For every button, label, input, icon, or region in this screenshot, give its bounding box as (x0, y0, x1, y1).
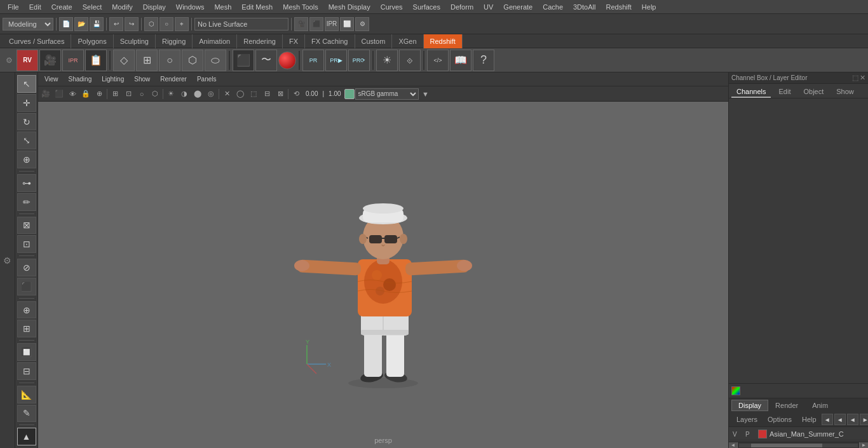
menu-modify[interactable]: Modify (107, 2, 137, 12)
rotate-tool[interactable]: ↻ (17, 113, 36, 131)
show-manip-tool[interactable]: ⊠ (17, 217, 36, 234)
dr-tab-anim[interactable]: Anim (805, 400, 835, 411)
layers-tab-help[interactable]: Help (797, 415, 822, 424)
options-button[interactable]: ⚙ (355, 17, 369, 31)
select-mode-button[interactable]: ⬡ (144, 17, 158, 31)
layer-icon-1[interactable]: ◄ (822, 414, 833, 425)
shelf-icon-sphere[interactable]: ○ (159, 50, 180, 71)
vp-lock-icon[interactable]: 🔒 (79, 88, 92, 100)
shelf-icon-code[interactable]: </> (427, 50, 449, 71)
menu-select[interactable]: Select (78, 2, 107, 12)
menu-windows[interactable]: Windows (171, 2, 210, 12)
no-live-surface-field[interactable] (194, 18, 288, 31)
layer-icon-4[interactable]: ► (860, 414, 868, 425)
move-tool[interactable]: ✛ (17, 94, 36, 112)
shelf-icon-cam[interactable]: 🎥 (39, 50, 61, 71)
menu-uv[interactable]: UV (478, 2, 498, 12)
layers-tab-layers[interactable]: Layers (731, 415, 763, 424)
shelf-tab-animation[interactable]: Animation (193, 34, 237, 48)
shelf-tab-fx[interactable]: FX (283, 34, 305, 48)
universal-tool[interactable]: ⊕ (17, 151, 36, 168)
layers-tab-options[interactable]: Options (763, 415, 797, 424)
camera-button[interactable]: 🎥 (294, 17, 308, 31)
lasso-select-button[interactable]: ○ (159, 17, 173, 31)
viewport-shading-menu[interactable]: Shading (65, 75, 96, 83)
vp-ao-icon[interactable]: ⬤ (191, 88, 204, 100)
redo-button[interactable]: ↪ (125, 17, 139, 31)
scale-tool[interactable]: ⤡ (17, 132, 36, 149)
annotate-tool[interactable]: ✎ (17, 405, 36, 423)
layer-icon-2[interactable]: ◄ (834, 414, 846, 425)
cb-tab-object[interactable]: Object (798, 86, 829, 98)
vp-dof-icon[interactable]: ◎ (205, 88, 217, 100)
layer-icon-3[interactable]: ◄ (847, 414, 858, 425)
vp-film-icon[interactable]: ⬛ (53, 88, 65, 100)
crease-tool[interactable]: ⊕ (17, 301, 36, 319)
viewport-show-menu[interactable]: Show (130, 75, 154, 83)
shelf-icon-pr3[interactable]: PR⟳ (348, 50, 370, 71)
shelf-icon-light[interactable]: ☀ (376, 50, 398, 71)
new-scene-button[interactable]: 📄 (59, 17, 73, 31)
shelf-icon-diamond[interactable]: ◇ (113, 50, 135, 71)
menu-file[interactable]: File (3, 2, 24, 12)
cb-tab-edit[interactable]: Edit (773, 86, 796, 98)
panel-close-icon[interactable]: ✕ (860, 74, 865, 82)
shelf-tab-curves-surfaces[interactable]: Curves / Surfaces (3, 34, 71, 48)
lasso-tool[interactable]: ⊘ (17, 259, 36, 276)
viewport-lighting-menu[interactable]: Lighting (98, 75, 128, 83)
camera-tool[interactable]: 🔲 (17, 343, 36, 361)
menu-surfaces[interactable]: Surfaces (408, 2, 445, 12)
quad-draw-tool[interactable]: ⊞ (17, 320, 36, 337)
menu-mesh-tools[interactable]: Mesh Tools (278, 2, 323, 12)
vp-eye-icon[interactable]: 👁 (66, 88, 79, 100)
mode-select[interactable]: Modeling (3, 18, 53, 31)
grid-tool[interactable]: ⊟ (17, 362, 36, 380)
shelf-icon-red-sphere[interactable] (278, 51, 296, 69)
shelf-icon-cube[interactable]: ⬛ (233, 50, 254, 71)
vp-shadow-icon[interactable]: ◑ (178, 88, 191, 100)
scrollbar-thumb[interactable] (751, 444, 822, 447)
shelf-tab-rigging[interactable]: Rigging (156, 34, 193, 48)
shelf-icon-pr1[interactable]: PR (302, 50, 324, 71)
cb-tab-show[interactable]: Show (831, 86, 859, 98)
panel-float-icon[interactable]: ⬚ (852, 74, 858, 82)
shelf-icon-pr2[interactable]: PR▶ (325, 50, 347, 71)
menu-generate[interactable]: Generate (498, 2, 538, 12)
shelf-icon-shape1[interactable]: ⬡ (182, 50, 203, 71)
scroll-left-btn[interactable]: ◄ (729, 442, 738, 449)
menu-edit-mesh[interactable]: Edit Mesh (236, 2, 278, 12)
cb-tab-channels[interactable]: Channels (731, 86, 771, 98)
vp-grid-icon[interactable]: ⊞ (109, 88, 121, 100)
maya-icon[interactable]: ▲ (17, 428, 36, 445)
left-side-gear[interactable]: ⚙ (0, 72, 15, 448)
vp-light-icon[interactable]: ☀ (165, 88, 177, 100)
vp-sel-icon[interactable]: ⊠ (274, 88, 287, 100)
color-wheel-icon[interactable] (731, 386, 740, 395)
shelf-tab-sculpting[interactable]: Sculpting (114, 34, 156, 48)
render-button[interactable]: ⬛ (309, 17, 323, 31)
menu-mesh[interactable]: Mesh (209, 2, 236, 12)
shelf-icon-shape2[interactable]: ⬭ (205, 50, 226, 71)
shelf-icon-book[interactable]: 📖 (450, 50, 471, 71)
dr-tab-render[interactable]: Render (768, 400, 805, 411)
shelf-icon-wave[interactable]: 〜 (255, 50, 277, 71)
shelf-icon-ipr[interactable]: IPR (62, 50, 84, 71)
menu-create[interactable]: Create (46, 2, 78, 12)
vp-isolate-icon[interactable]: ◯ (234, 88, 247, 100)
vp-options-icon[interactable]: ▼ (419, 88, 432, 100)
vp-polygon-icon[interactable]: ⬡ (149, 88, 161, 100)
scroll-right-btn[interactable]: ► (859, 442, 868, 449)
menu-display[interactable]: Display (138, 2, 171, 12)
menu-deform[interactable]: Deform (445, 2, 478, 12)
shelf-tab-redshift[interactable]: Redshift (424, 34, 463, 48)
paint-select-button[interactable]: ⌖ (175, 17, 189, 31)
vp-bb-icon[interactable]: ⬚ (247, 88, 260, 100)
shelf-gear-icon[interactable]: ⚙ (3, 50, 15, 71)
vp-magnet-icon[interactable]: ⊕ (93, 88, 105, 100)
display-button[interactable]: ⬜ (340, 17, 354, 31)
shelf-tab-polygons[interactable]: Polygons (71, 34, 113, 48)
vp-camera-icon[interactable]: 🎥 (39, 88, 52, 100)
vp-smooth-icon[interactable]: ○ (135, 88, 148, 100)
menu-edit[interactable]: Edit (24, 2, 46, 12)
select-tool[interactable]: ↖ (17, 75, 36, 93)
